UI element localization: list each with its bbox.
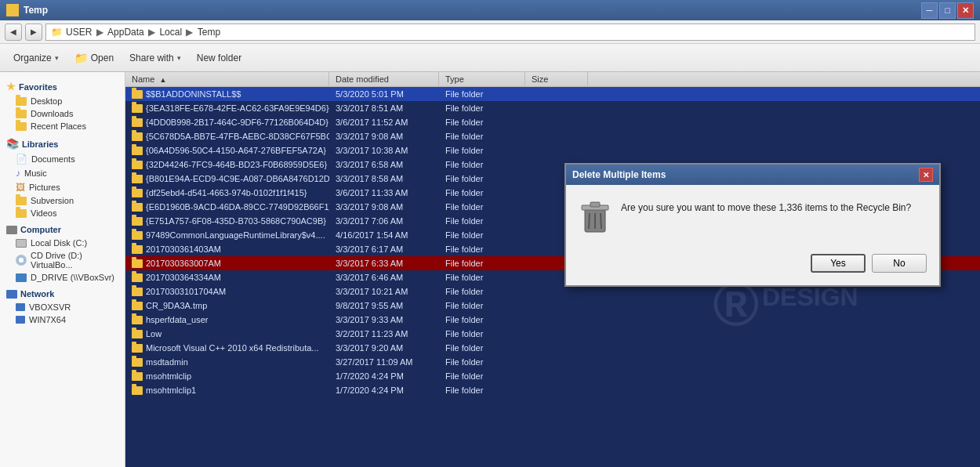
svg-line-5	[601, 213, 601, 229]
svg-line-3	[589, 213, 590, 229]
recycle-bin-icon	[579, 197, 612, 235]
svg-rect-2	[590, 202, 600, 207]
yes-button[interactable]: Yes	[811, 254, 866, 273]
dialog-body: Are you sure you want to move these 1,33…	[566, 185, 939, 248]
dialog-message: Are you sure you want to move these 1,33…	[621, 197, 911, 215]
dialog-title: Delete Multiple Items	[572, 169, 666, 180]
dialog-close-button[interactable]: ✕	[919, 168, 933, 182]
dialog-buttons: Yes No	[566, 248, 939, 285]
no-button[interactable]: No	[872, 254, 927, 273]
delete-dialog: Delete Multiple Items ✕ Are you sure you…	[564, 163, 941, 287]
dialog-overlay: Delete Multiple Items ✕ Are you sure you…	[0, 0, 980, 467]
dialog-title-bar: Delete Multiple Items ✕	[566, 165, 939, 185]
